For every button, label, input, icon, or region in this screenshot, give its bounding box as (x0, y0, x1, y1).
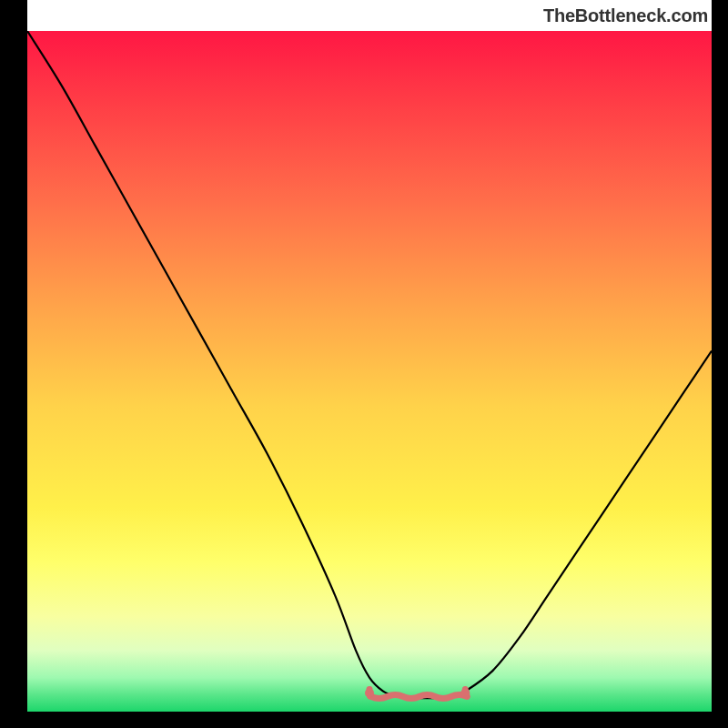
chart-svg (27, 31, 712, 712)
caption-bar: TheBottleneck.com (27, 0, 712, 31)
attribution-text: TheBottleneck.com (543, 5, 708, 26)
flat-region-endpoint (365, 689, 374, 698)
flat-region-endpoint (460, 689, 470, 698)
chart-background (27, 31, 712, 712)
chart-container: TheBottleneck.com (0, 0, 728, 728)
plot-area (27, 31, 712, 712)
chart-left-border (0, 0, 27, 728)
chart-right-border (712, 0, 728, 728)
chart-bottom-border (0, 712, 728, 728)
